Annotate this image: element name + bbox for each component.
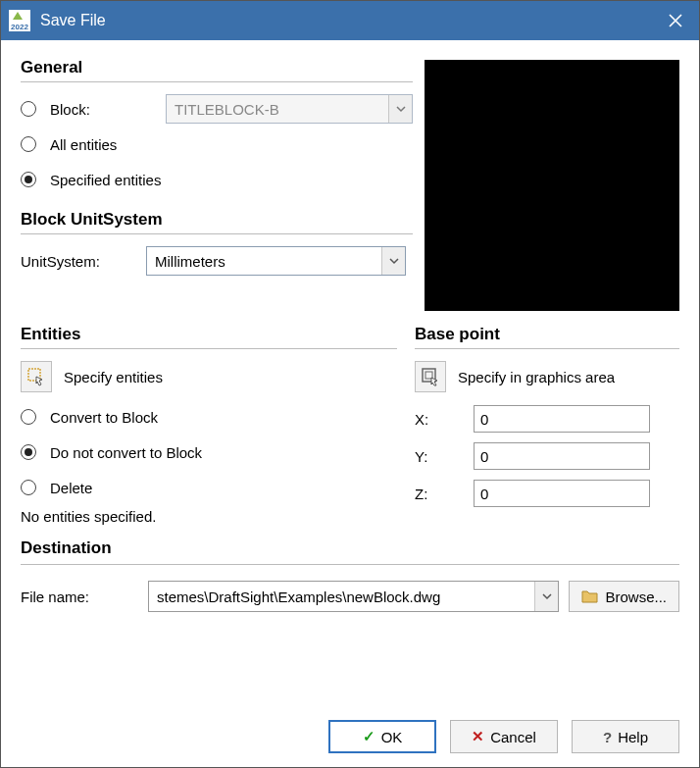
x-icon: ✕ bbox=[472, 728, 484, 745]
unit-system-value: Millimeters bbox=[147, 253, 381, 270]
general-heading: General bbox=[21, 58, 413, 77]
chevron-down-icon bbox=[534, 582, 558, 611]
question-icon: ? bbox=[603, 729, 612, 745]
divider bbox=[21, 233, 413, 234]
radio-convert[interactable] bbox=[21, 409, 36, 425]
unit-system-heading: Block UnitSystem bbox=[21, 210, 413, 230]
block-row: Block: TITLEBLOCK-B bbox=[21, 92, 413, 126]
close-button[interactable] bbox=[658, 3, 693, 38]
block-combo[interactable]: TITLEBLOCK-B bbox=[166, 94, 413, 124]
browse-button[interactable]: Browse... bbox=[569, 581, 679, 612]
radio-all-entities[interactable] bbox=[21, 136, 36, 152]
specified-entities-label: Specified entities bbox=[50, 172, 161, 188]
help-label: Help bbox=[618, 729, 648, 745]
specify-basepoint-row: Specify in graphics area bbox=[415, 359, 679, 394]
selection-icon bbox=[26, 367, 46, 386]
unit-system-label: UnitSystem: bbox=[21, 253, 138, 270]
do-not-convert-label: Do not convert to Block bbox=[50, 444, 202, 461]
divider bbox=[21, 348, 397, 349]
pick-point-icon bbox=[421, 367, 440, 386]
radio-delete[interactable] bbox=[21, 480, 36, 495]
browse-label: Browse... bbox=[605, 589, 667, 605]
delete-label: Delete bbox=[50, 480, 92, 496]
all-entities-row[interactable]: All entities bbox=[21, 128, 413, 161]
y-label: Y: bbox=[415, 448, 474, 465]
ok-button[interactable]: ✓ OK bbox=[328, 720, 436, 753]
preview-pane bbox=[425, 60, 679, 311]
button-bar: ✓ OK ✕ Cancel ? Help bbox=[21, 702, 679, 753]
close-icon bbox=[668, 13, 683, 28]
base-point-heading: Base point bbox=[415, 325, 679, 344]
specify-basepoint-label: Specify in graphics area bbox=[458, 369, 615, 385]
radio-do-not-convert[interactable] bbox=[21, 444, 36, 460]
radio-specified-entities[interactable] bbox=[21, 172, 36, 187]
block-label: Block: bbox=[50, 101, 158, 118]
specify-entities-label: Specify entities bbox=[64, 369, 163, 385]
z-label: Z: bbox=[415, 486, 474, 502]
unit-system-combo[interactable]: Millimeters bbox=[146, 246, 406, 276]
ok-label: OK bbox=[381, 729, 403, 745]
cancel-button[interactable]: ✕ Cancel bbox=[450, 720, 558, 753]
chevron-down-icon bbox=[388, 95, 412, 123]
all-entities-label: All entities bbox=[50, 136, 117, 153]
delete-row[interactable]: Delete bbox=[21, 471, 397, 504]
entities-status: No entities specified. bbox=[21, 508, 397, 525]
divider bbox=[21, 564, 679, 565]
specify-basepoint-button[interactable] bbox=[415, 361, 446, 392]
specify-entities-button[interactable] bbox=[21, 361, 52, 392]
cancel-label: Cancel bbox=[490, 729, 536, 745]
convert-label: Convert to Block bbox=[50, 409, 158, 426]
x-label: X: bbox=[415, 411, 474, 428]
folder-icon bbox=[581, 589, 599, 604]
radio-block[interactable] bbox=[21, 101, 36, 117]
divider bbox=[415, 348, 679, 349]
block-value: TITLEBLOCK-B bbox=[167, 101, 388, 118]
z-row: Z: bbox=[415, 475, 679, 512]
entities-heading: Entities bbox=[21, 325, 397, 344]
file-name-value: stemes\DraftSight\Examples\newBlock.dwg bbox=[149, 589, 534, 605]
divider bbox=[21, 81, 413, 82]
help-button[interactable]: ? Help bbox=[572, 720, 679, 753]
convert-row[interactable]: Convert to Block bbox=[21, 400, 397, 434]
window-title: Save File bbox=[40, 12, 106, 29]
y-row: Y: bbox=[415, 437, 679, 475]
app-icon: 2022 bbox=[9, 10, 30, 31]
x-input[interactable] bbox=[474, 405, 650, 433]
unit-system-row: UnitSystem: Millimeters bbox=[21, 244, 413, 278]
y-input[interactable] bbox=[474, 442, 650, 470]
check-icon: ✓ bbox=[363, 728, 375, 745]
titlebar: 2022 Save File bbox=[1, 1, 699, 40]
x-row: X: bbox=[415, 400, 679, 437]
z-input[interactable] bbox=[474, 480, 650, 507]
file-name-combo[interactable]: stemes\DraftSight\Examples\newBlock.dwg bbox=[148, 581, 559, 612]
destination-heading: Destination bbox=[21, 538, 679, 558]
do-not-convert-row[interactable]: Do not convert to Block bbox=[21, 435, 397, 469]
chevron-down-icon bbox=[381, 247, 405, 275]
specify-entities-row: Specify entities bbox=[21, 359, 397, 394]
specified-entities-row[interactable]: Specified entities bbox=[21, 163, 413, 196]
file-name-label: File name: bbox=[21, 589, 138, 605]
file-name-row: File name: stemes\DraftSight\Examples\ne… bbox=[21, 581, 679, 612]
